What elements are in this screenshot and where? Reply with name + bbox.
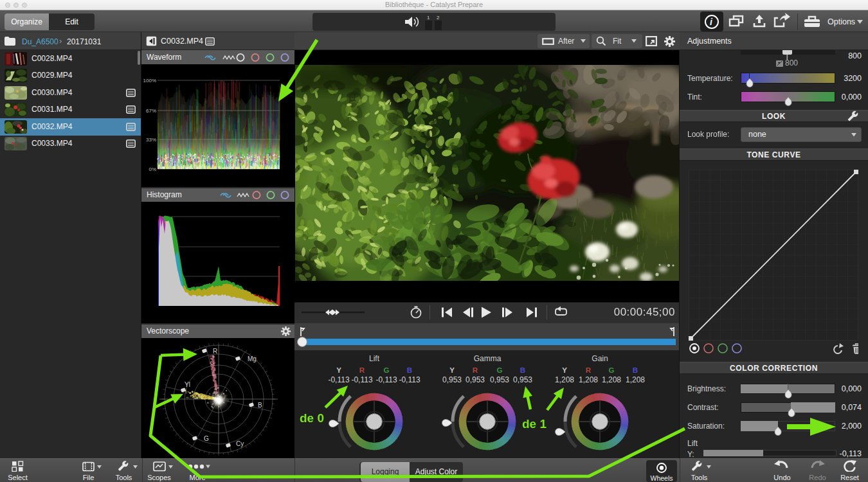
svg-text:0%: 0% — [149, 166, 156, 172]
svg-text:i: i — [710, 17, 713, 27]
svg-text:33%: 33% — [146, 137, 156, 143]
svg-text:Yl: Yl — [185, 381, 190, 388]
svg-text:G: G — [204, 435, 209, 442]
svg-text:67%: 67% — [146, 108, 156, 114]
svg-text:B: B — [258, 402, 262, 409]
svg-text:Cy: Cy — [236, 440, 244, 447]
svg-text:2: 2 — [437, 15, 440, 21]
svg-text:Mg: Mg — [248, 355, 257, 362]
svg-text:1: 1 — [427, 15, 430, 21]
svg-text:R: R — [213, 348, 217, 355]
svg-text:100%: 100% — [143, 78, 156, 84]
